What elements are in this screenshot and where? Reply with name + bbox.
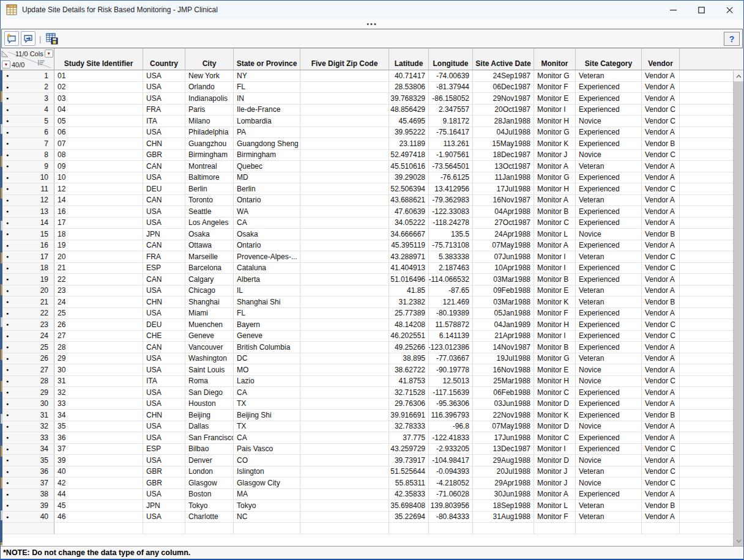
cell[interactable]: 43.688621 [389, 195, 429, 206]
cell[interactable]: Monitor I [534, 105, 576, 116]
cell[interactable]: Vendor C [642, 251, 680, 262]
maximize-button[interactable] [687, 1, 715, 19]
cell[interactable]: USA [143, 93, 185, 104]
cell[interactable]: Monitor G [534, 353, 576, 364]
cell[interactable]: Geneve [234, 331, 300, 342]
cell[interactable]: 48.14208 [389, 319, 429, 330]
cell[interactable]: USA [143, 172, 185, 183]
table-row[interactable]: ●1214CANTorontoOntario43.688621-79.36298… [1, 195, 743, 207]
cell[interactable]: Saint Louis [185, 364, 234, 375]
cell[interactable]: USA [143, 206, 185, 217]
cell[interactable]: -96.8 [429, 421, 473, 432]
row-marker-icon[interactable]: ● [1, 289, 14, 293]
row-marker-icon[interactable]: ● [1, 470, 14, 474]
cell[interactable]: Monitor F [534, 82, 576, 93]
cell[interactable]: CO [234, 455, 300, 466]
row-marker-icon[interactable]: ● [1, 209, 14, 213]
cell[interactable]: Monitor L [534, 229, 576, 240]
cell[interactable] [300, 105, 389, 116]
cell[interactable]: USA [143, 127, 185, 138]
cell[interactable]: Experienced [576, 105, 642, 116]
cell[interactable]: 43.259729 [389, 444, 429, 455]
cell[interactable]: Beijing [185, 410, 234, 421]
cell[interactable]: FRA [143, 251, 185, 262]
cell[interactable]: Muenchen [185, 319, 234, 330]
cell[interactable] [300, 183, 389, 194]
row-state-cell[interactable]: ●9 [1, 161, 54, 172]
cell[interactable]: 38.895 [389, 353, 429, 364]
cell[interactable]: GBR [143, 466, 185, 477]
cell[interactable]: Monitor J [534, 477, 576, 488]
cell[interactable] [534, 523, 576, 534]
cell[interactable] [300, 523, 389, 534]
cell[interactable]: Paris [185, 105, 234, 116]
cell[interactable]: 24Apr1988 [473, 229, 534, 240]
cell[interactable]: CA [234, 387, 300, 398]
cell[interactable]: 12.5013 [429, 376, 473, 387]
cell[interactable]: Novice [576, 116, 642, 127]
cell[interactable]: Ottawa [185, 240, 234, 251]
table-row[interactable]: ●303USAIndianapolisIN39.768329-86.158052… [1, 93, 743, 105]
row-marker-icon[interactable]: ● [1, 515, 14, 519]
row-state-cell[interactable]: ●33 [1, 432, 54, 443]
row-state-cell[interactable]: ●20 [1, 286, 54, 297]
cell[interactable] [300, 512, 389, 523]
cell[interactable]: 39.95222 [389, 127, 429, 138]
cell[interactable]: Vendor A [642, 353, 680, 364]
cell[interactable]: 09Feb1988 [473, 286, 534, 297]
cell[interactable]: Vendor A [642, 172, 680, 183]
cell[interactable]: Toronto [185, 195, 234, 206]
row-state-cell[interactable] [1, 523, 54, 534]
cell[interactable]: Vancouver [185, 342, 234, 353]
cell[interactable]: 48.856429 [389, 105, 429, 116]
cell[interactable]: Monitor I [534, 251, 576, 262]
cell[interactable]: FRA [143, 105, 185, 116]
cell[interactable]: Charlotte [185, 512, 234, 523]
row-state-cell[interactable]: ●27 [1, 364, 54, 375]
cell[interactable]: -74.00639 [429, 70, 473, 81]
table-row[interactable]: ●101USANew YorkNY40.71417-74.0063924Sep1… [1, 70, 743, 82]
cell[interactable]: Vendor A [642, 286, 680, 297]
cell[interactable]: Vendor A [642, 195, 680, 206]
row-marker-icon[interactable]: ● [1, 458, 14, 462]
cell[interactable] [300, 364, 389, 375]
cell[interactable] [300, 399, 389, 410]
cell[interactable] [300, 466, 389, 477]
cell[interactable]: JPN [143, 229, 185, 240]
cell[interactable]: 18Sep1988 [473, 500, 534, 511]
cell[interactable]: San Francisco [185, 432, 234, 443]
cell[interactable]: 18Dec1987 [473, 150, 534, 161]
cell[interactable]: 45.395119 [389, 240, 429, 251]
cell[interactable] [642, 523, 680, 534]
table-row[interactable]: ●3336USASan FranciscoCA37.775-122.418331… [1, 432, 743, 444]
cell[interactable]: Vendor A [642, 399, 680, 410]
row-state-cell[interactable]: ●21 [1, 297, 54, 308]
cell[interactable]: 07May1988 [473, 240, 534, 251]
cell[interactable]: -73.564501 [429, 161, 473, 172]
cell[interactable] [300, 274, 389, 285]
row-state-cell[interactable]: ●24 [1, 331, 54, 342]
cell[interactable]: -81.37944 [429, 82, 473, 93]
cell[interactable]: Islington [234, 466, 300, 477]
table-row[interactable]: ●3844USABostonMA42.35833-71.0602830Jun19… [1, 489, 743, 501]
cell[interactable]: 17Jul1988 [473, 183, 534, 194]
cell[interactable]: Monitor A [534, 240, 576, 251]
cell[interactable]: 32.78333 [389, 421, 429, 432]
cell[interactable]: 46 [54, 512, 143, 523]
cell[interactable]: 30Jun1988 [473, 489, 534, 500]
row-state-cell[interactable]: ●22 [1, 308, 54, 319]
cell[interactable]: 31.2382 [389, 297, 429, 308]
row-marker-icon[interactable]: ● [1, 85, 14, 89]
cell[interactable]: Monitor E [534, 93, 576, 104]
cell[interactable]: 28Jan1988 [473, 116, 534, 127]
cell[interactable] [300, 138, 389, 149]
row-marker-icon[interactable]: ● [1, 186, 14, 191]
cell[interactable]: 52.506394 [389, 183, 429, 194]
cell[interactable]: 13Dec1987 [473, 444, 534, 455]
cell[interactable]: 31Aug1988 [473, 512, 534, 523]
row-marker-icon[interactable]: ● [1, 73, 14, 78]
row-marker-icon[interactable]: ● [1, 277, 14, 281]
table-row[interactable]: ●2932USASan DiegoCA32.71528-117.1563906F… [1, 387, 743, 399]
cell[interactable]: 51.016496 [389, 274, 429, 285]
cell[interactable]: 27Oct1987 [473, 218, 534, 229]
